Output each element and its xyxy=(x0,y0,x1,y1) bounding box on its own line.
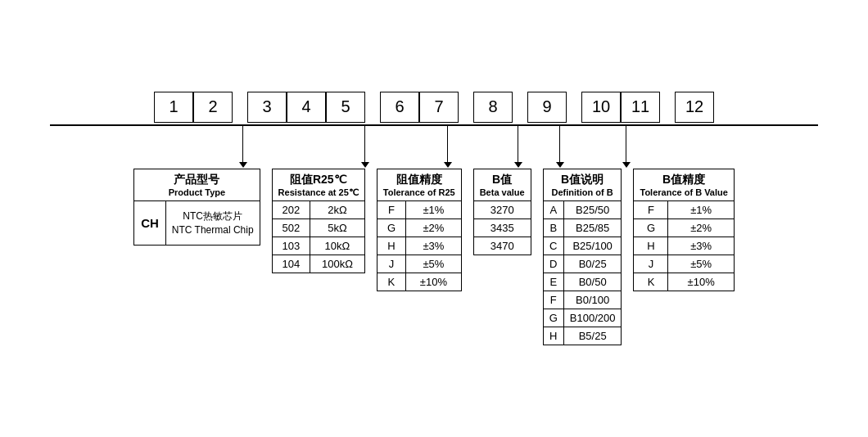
tol-r25-code-3: J xyxy=(377,255,405,273)
product-desc: NTC热敏芯片 NTC Thermal Chip xyxy=(165,201,260,246)
tolerance-b-section: B值精度 Tolerance of B Value F ±1% G ±2% H … xyxy=(633,169,734,291)
def-b-val-4: B0/50 xyxy=(563,273,622,291)
tol-b-code-3: J xyxy=(634,255,668,273)
def-b-code-7: H xyxy=(543,327,563,345)
tol-b-cn: B值精度 xyxy=(640,172,727,187)
tol-r25-code-2: H xyxy=(377,237,405,255)
def-b-code-6: G xyxy=(543,309,563,327)
def-b-val-6: B100/200 xyxy=(563,309,622,327)
num-3: 3 xyxy=(247,92,287,123)
num-4: 4 xyxy=(287,92,326,123)
tol-r25-val-1: ±2% xyxy=(406,219,462,237)
diagram: 1 2 3 4 5 6 7 8 9 10 11 12 xyxy=(16,83,852,354)
definition-b-section: B值说明 Definition of B A B25/50 B B25/85 C… xyxy=(543,169,622,345)
product-type-section: 产品型号 Product Type CH NTC热敏芯片 NTC Thermal… xyxy=(133,169,260,246)
beta-section: B值 Beta value 3270 3435 3470 xyxy=(473,169,531,255)
beta-val-2: 3470 xyxy=(473,237,531,255)
tol-r25-code-4: K xyxy=(377,273,405,291)
res-val-2: 10kΩ xyxy=(310,237,364,255)
product-type-en: Product Type xyxy=(140,187,253,198)
res-val-3: 100kΩ xyxy=(310,255,364,273)
def-b-val-5: B0/100 xyxy=(563,291,622,309)
num-10: 10 xyxy=(581,92,621,123)
tol-b-code-1: G xyxy=(634,219,668,237)
tol-b-val-2: ±3% xyxy=(668,237,734,255)
resistance-cn: 阻值R25℃ xyxy=(278,172,359,187)
beta-en: Beta value xyxy=(480,187,525,198)
num-6: 6 xyxy=(380,92,419,123)
def-b-val-0: B25/50 xyxy=(563,201,622,219)
tol-b-en: Tolerance of B Value xyxy=(640,187,727,198)
num-8: 8 xyxy=(473,92,513,123)
tol-b-val-3: ±5% xyxy=(668,255,734,273)
def-b-code-3: D xyxy=(543,255,563,273)
num-9: 9 xyxy=(527,92,567,123)
def-b-code-5: F xyxy=(543,291,563,309)
def-b-val-3: B0/25 xyxy=(563,255,622,273)
num-12: 12 xyxy=(675,92,714,123)
res-code-0: 202 xyxy=(272,201,310,219)
tol-r25-val-2: ±3% xyxy=(406,237,462,255)
resistance-section: 阻值R25℃ Resistance at 25℃ 202 2kΩ 502 5kΩ… xyxy=(272,169,365,273)
def-b-code-0: A xyxy=(543,201,563,219)
resistance-en: Resistance at 25℃ xyxy=(278,187,359,198)
def-b-code-4: E xyxy=(543,273,563,291)
tol-r25-cn: 阻值精度 xyxy=(383,172,455,187)
num-7: 7 xyxy=(419,92,459,123)
def-b-val-2: B25/100 xyxy=(563,237,622,255)
tol-r25-code-0: F xyxy=(377,201,405,219)
def-b-val-1: B25/85 xyxy=(563,219,622,237)
tol-r25-val-4: ±10% xyxy=(406,273,462,291)
tol-r25-en: Tolerance of R25 xyxy=(383,187,455,198)
tol-b-code-2: H xyxy=(634,237,668,255)
beta-val-0: 3270 xyxy=(473,201,531,219)
tol-b-code-0: F xyxy=(634,201,668,219)
res-val-0: 2kΩ xyxy=(310,201,364,219)
def-b-en: Definition of B xyxy=(549,187,616,198)
num-2: 2 xyxy=(193,92,233,123)
tol-b-val-0: ±1% xyxy=(668,201,734,219)
tol-r25-code-1: G xyxy=(377,219,405,237)
tol-b-code-4: K xyxy=(634,273,668,291)
def-b-code-1: B xyxy=(543,219,563,237)
tol-b-val-1: ±2% xyxy=(668,219,734,237)
res-code-3: 104 xyxy=(272,255,310,273)
beta-val-1: 3435 xyxy=(473,219,531,237)
tol-r25-val-3: ±5% xyxy=(406,255,462,273)
res-code-1: 502 xyxy=(272,219,310,237)
tolerance-r25-section: 阻值精度 Tolerance of R25 F ±1% G ±2% H ±3% xyxy=(377,169,462,291)
num-11: 11 xyxy=(621,92,660,123)
def-b-val-7: B5/25 xyxy=(563,327,622,345)
product-code: CH xyxy=(134,201,166,246)
def-b-cn: B值说明 xyxy=(549,172,616,187)
res-code-2: 103 xyxy=(272,237,310,255)
beta-cn: B值 xyxy=(480,172,525,187)
def-b-code-2: C xyxy=(543,237,563,255)
num-1: 1 xyxy=(154,92,193,123)
tol-b-val-4: ±10% xyxy=(668,273,734,291)
res-val-1: 5kΩ xyxy=(310,219,364,237)
tol-r25-val-0: ±1% xyxy=(406,201,462,219)
num-5: 5 xyxy=(326,92,365,123)
product-type-cn: 产品型号 xyxy=(140,172,253,187)
